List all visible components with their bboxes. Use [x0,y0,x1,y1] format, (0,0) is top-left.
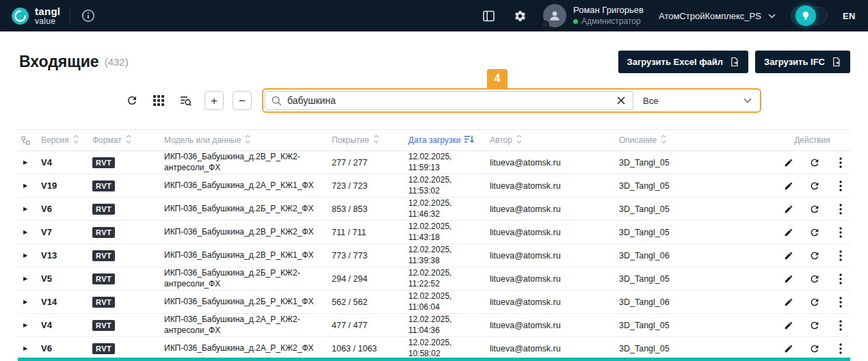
language-switch[interactable]: EN [843,11,856,21]
sort-icon[interactable] [373,135,379,146]
info-button[interactable] [80,8,96,24]
refresh-icon [809,157,820,168]
brand-name: tangl [35,6,60,17]
table-row[interactable]: ▶ V4 RVT ИКП-036_Бабушкина_д.2В_Р_КЖ2-ан… [18,151,850,174]
kebab-menu-icon [839,343,842,354]
more-actions-button[interactable] [832,154,850,172]
expand-row-icon[interactable]: ▶ [23,322,27,328]
settings-button[interactable] [512,8,528,24]
reprocess-button[interactable] [806,224,824,241]
edit-button[interactable] [780,154,798,172]
model-name-cell: ИКП-036_Бабушкина_д.2А_Р_КЖ2-антресоли_Ф… [159,315,324,336]
filter-dropdown[interactable]: Все [633,91,759,110]
upload-excel-button[interactable]: Загрузить Excel файл [618,51,748,73]
row-actions [774,270,850,288]
reprocess-button[interactable] [806,293,824,311]
expand-row-icon[interactable]: ▶ [23,345,27,351]
hierarchy-icon[interactable] [18,136,33,145]
upload-ifc-button[interactable]: Загрузить IFC [755,51,850,73]
clear-search-button[interactable] [616,95,627,106]
theme-toggle[interactable] [791,7,828,25]
more-actions-button[interactable] [832,224,850,241]
edit-button[interactable] [780,177,798,195]
user-menu[interactable]: Роман Григорьев Администратор [543,4,644,27]
header-format[interactable]: Формат [85,135,159,146]
reprocess-button[interactable] [806,247,824,265]
expand-row-icon[interactable]: ▶ [23,299,27,305]
file-export-icon [831,57,841,67]
edit-button[interactable] [780,247,798,265]
file-export-icon [729,57,739,67]
expand-row-icon[interactable]: ▶ [23,206,27,212]
more-actions-button[interactable] [832,270,850,288]
reprocess-button[interactable] [806,317,824,334]
sort-icon[interactable] [245,135,250,146]
model-name-cell: ИКП-036_Бабушкина_д.2В_Р_КЖ2_ФХ [159,227,324,238]
table-row[interactable]: ▶ V7 RVT ИКП-036_Бабушкина_д.2В_Р_КЖ2_ФХ… [18,221,850,244]
author-cell: litueva@atomsk.ru [486,181,611,191]
header-coverage[interactable]: Покрытие [324,135,399,146]
version-cell: V4 [33,157,85,168]
table-row[interactable]: ▶ V19 RVT ИКП-036_Бабушкина_д.2А_Р_КЖ1_Ф… [18,174,850,198]
table-body: ▶ V4 RVT ИКП-036_Бабушкина_д.2В_Р_КЖ2-ан… [18,151,850,360]
coverage-cell: 277 / 277 [324,158,399,168]
pencil-icon [784,251,793,260]
header-date[interactable]: Дата загрузки [399,135,486,146]
org-dropdown[interactable]: АтомСтройКомплекс_PS [659,11,776,21]
table-row[interactable]: ▶ V4 RVT ИКП-036_Бабушкина_д.2А_Р_КЖ2-ан… [18,314,850,337]
expand-row-icon[interactable]: ▶ [23,183,27,189]
more-actions-button[interactable] [832,200,850,218]
page-count: (432) [105,56,129,68]
edit-button[interactable] [780,224,798,241]
header-model[interactable]: Модель или данные [159,135,324,146]
sort-icon[interactable] [516,135,522,146]
more-actions-button[interactable] [832,177,850,195]
header-description[interactable]: Описание [611,135,774,146]
more-actions-button[interactable] [832,340,850,358]
model-name-cell: ИКП-036_Бабушкина_д.2Б_Р_КЖ2-антресоли_Ф… [159,268,324,289]
edit-button[interactable] [780,293,798,311]
more-actions-button[interactable] [832,247,850,265]
expand-all-button[interactable]: + [205,91,224,110]
search-field[interactable] [265,91,633,110]
table-row[interactable]: ▶ V13 RVT ИКП-036_Бабушкина_д.2В_Р_КЖ1_Ф… [18,244,850,267]
search-input[interactable] [287,95,610,106]
panel-toggle-button[interactable] [482,9,497,23]
reprocess-button[interactable] [806,340,824,358]
expand-row-icon[interactable]: ▶ [23,229,27,235]
refresh-list-button[interactable] [122,90,142,111]
table-row[interactable]: ▶ V5 RVT ИКП-036_Бабушкина_д.2Б_Р_КЖ2-ан… [18,267,850,291]
kebab-menu-icon [839,157,842,168]
header-version[interactable]: Версия [33,135,85,146]
sort-icon[interactable] [126,135,131,146]
version-cell: V6 [33,343,85,353]
brand-logo[interactable]: tangl value [11,6,60,25]
table-row[interactable]: ▶ V6 RVT ИКП-036_Бабушкина_д.2А_Р_КЖ2_ФХ… [18,337,850,360]
reprocess-button[interactable] [806,200,824,218]
table-row[interactable]: ▶ V6 RVT ИКП-036_Бабушкина_д.2Б_Р_КЖ2_ФХ… [18,198,850,221]
sort-descending-icon[interactable] [464,135,474,146]
reprocess-button[interactable] [806,154,824,172]
refresh-icon [809,204,820,215]
grid-view-button[interactable] [148,90,169,111]
sort-icon[interactable] [73,135,79,146]
edit-button[interactable] [780,200,798,218]
reprocess-button[interactable] [806,270,824,288]
reprocess-button[interactable] [806,177,824,195]
expand-row-icon[interactable]: ▶ [23,252,27,258]
refresh-icon [809,227,820,238]
collapse-all-button[interactable]: − [233,91,252,110]
table-row[interactable]: ▶ V14 RVT ИКП-036_Бабушкина_д.2Б_Р_КЖ1_Ф… [18,291,850,314]
header-author[interactable]: Автор [486,135,611,146]
search-in-list-button[interactable] [175,90,196,111]
sort-icon[interactable] [661,135,666,146]
more-actions-button[interactable] [832,317,850,334]
expand-row-icon[interactable]: ▶ [23,276,27,282]
expand-row-icon[interactable]: ▶ [23,159,27,165]
more-actions-button[interactable] [832,293,850,311]
edit-button[interactable] [780,340,798,358]
edit-button[interactable] [780,317,798,334]
edit-button[interactable] [780,270,798,288]
author-cell: litueva@atomsk.ru [486,228,611,237]
coverage-cell: 853 / 853 [324,204,399,214]
